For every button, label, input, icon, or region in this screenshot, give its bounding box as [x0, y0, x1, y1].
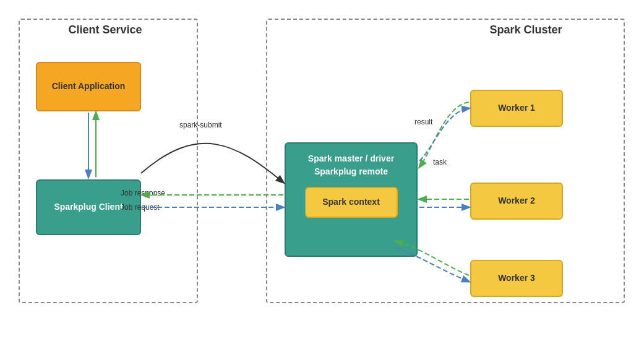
worker2-box: Worker 2 [470, 183, 563, 220]
worker3-box: Worker 3 [470, 260, 563, 297]
worker1-box: Worker 1 [470, 90, 563, 127]
diagram-container: Client Service Spark Cluster Client Appl… [0, 0, 644, 349]
worker2-label: Worker 2 [498, 195, 535, 207]
spark-master-label: Spark master / driverSparkplug remote [308, 152, 394, 178]
worker1-label: Worker 1 [498, 102, 535, 114]
spark-context-box: Spark context [305, 187, 398, 218]
task-label: task [433, 158, 447, 166]
spark-context-label: Spark context [322, 196, 380, 209]
client-application-label: Client Application [52, 80, 125, 93]
client-application-box: Client Application [36, 62, 141, 111]
result-label: result [414, 118, 432, 126]
worker3-label: Worker 3 [498, 272, 535, 285]
job-request-label: Job request [121, 203, 160, 212]
spark-cluster-label: Spark Cluster [470, 24, 582, 37]
spark-master-box: Spark master / driverSparkplug remote Sp… [285, 142, 418, 257]
sparkplug-client-label: Sparkplug Client [54, 201, 122, 213]
spark-submit-label: spark-submit [179, 121, 222, 129]
client-service-box [19, 19, 198, 303]
client-service-label: Client Service [49, 24, 161, 37]
job-response-label: Job response [121, 189, 165, 197]
